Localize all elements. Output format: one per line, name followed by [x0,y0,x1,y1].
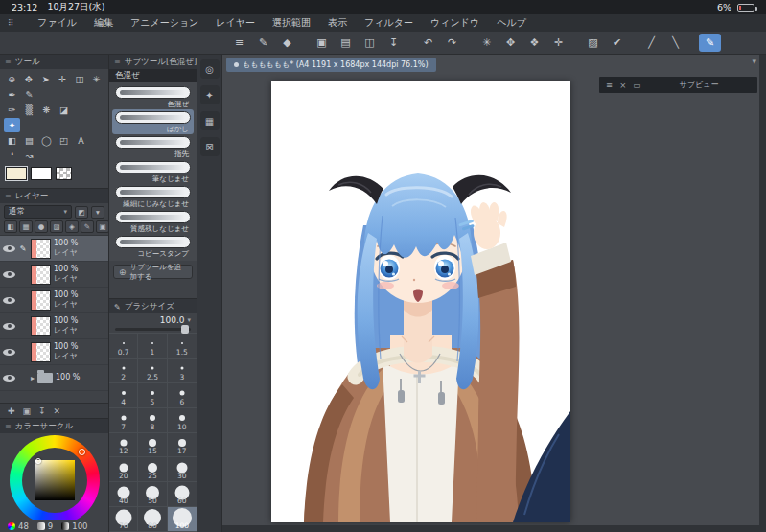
brush-size-cell[interactable]: 2.5 [138,359,167,383]
brush-size-cell[interactable]: 8 [138,408,167,433]
visibility-eye-icon[interactable] [3,244,15,253]
layer-mask-icon[interactable]: ◧ [4,220,17,233]
delete-layer-icon[interactable]: ✕ [54,406,61,416]
vector-line-icon[interactable]: ╲ [664,34,686,52]
close-dock-icon[interactable]: ⊠ [200,137,220,156]
layer-panel-header[interactable]: レイヤー [0,189,108,203]
pen-tool[interactable]: ✒ [4,87,20,102]
visibility-eye-icon[interactable] [3,270,15,279]
line-correction-tool[interactable]: ↝ [21,149,37,163]
new-folder-icon[interactable]: ▣ [23,406,32,416]
draft-layer-icon[interactable]: ✎ [81,220,94,233]
menu-item[interactable]: ファイル [29,16,85,30]
decoration-tool[interactable]: ❋ [38,103,55,117]
brush-size-cell[interactable]: 17 [168,433,197,458]
document-tab[interactable]: もももももも* (A4 1191 x 1684px 144dpi 76.1%) [226,58,436,72]
subtool-item[interactable]: コピースタンプ [112,234,194,259]
deselect-icon[interactable]: ✳ [476,34,498,52]
export-icon[interactable]: ↧ [383,34,405,52]
menu-item[interactable]: ウィンドウ [422,16,488,30]
current-tool-icon[interactable]: ✎ [252,34,274,52]
brush-size-cell[interactable]: 2 [109,359,138,383]
menu-item[interactable]: 選択範囲 [264,16,319,30]
subtool-item[interactable]: 質感残しなじませ [112,209,194,234]
document-canvas[interactable] [271,81,570,522]
color-history-icon[interactable]: ✦ [200,85,220,104]
figure-tool[interactable]: ◯ [38,133,55,148]
saturation-value-square[interactable] [35,460,75,500]
brush-size-cell[interactable]: 15 [138,433,167,458]
layer-row[interactable]: 100 %レイヤ [0,313,108,339]
vertical-scroll-track[interactable] [759,55,766,532]
zoom-tool[interactable]: ⊕ [4,72,20,86]
brush-size-header[interactable]: ブラシサイズ [109,299,197,313]
lock-transparency-icon[interactable]: ▨ [50,220,63,233]
subtool-item[interactable]: 指先 [112,134,194,159]
hue-marker[interactable] [79,449,85,455]
new-layer-icon[interactable]: ✚ [8,406,15,416]
main-menu-icon[interactable]: ≡ [228,34,250,52]
brush-size-cell[interactable]: 7 [109,408,138,433]
navigate-tool[interactable]: ✥ [21,72,37,86]
brush-size-cell[interactable]: 1 [138,334,167,359]
selection-tool[interactable]: ◫ [72,72,88,86]
redo-icon[interactable]: ↷ [441,34,463,52]
brush-size-cell[interactable]: 3 [168,359,197,383]
layer-move-tool[interactable]: ✛ [55,72,71,86]
subtool-item[interactable]: 色混ぜ [112,84,194,109]
operate-tool[interactable]: ➤ [37,72,54,86]
menu-item[interactable]: レイヤー [207,16,264,30]
color-set-icon[interactable]: ▦ [200,111,220,130]
airbrush-tool[interactable]: ▒ [21,103,37,117]
select-check-icon[interactable]: ✔ [606,34,628,52]
layer-row[interactable]: ✎100 %レイヤ [0,236,108,262]
visibility-eye-icon[interactable] [3,296,15,305]
opacity-button[interactable]: ◩ [75,206,88,219]
palette-options-button[interactable]: ▾ [91,206,104,219]
main-color-swatch[interactable] [6,167,27,180]
brush-size-cell[interactable]: 0.7 [109,334,138,359]
reference-layer-icon[interactable]: ◈ [65,220,79,233]
fill-tool[interactable]: ◧ [4,133,20,148]
brush-size-cell[interactable]: 20 [109,457,138,482]
clipboard-icon[interactable]: ▣ [311,34,333,52]
subtool-group-tab[interactable]: 色混ぜ [109,69,197,82]
snap-icon[interactable]: ❖ [523,34,545,52]
balloon-tool[interactable]: ❛ [4,149,20,163]
menu-item[interactable]: アニメーション [122,16,207,30]
brush-tool[interactable]: ✑ [4,103,20,117]
brush-size-display[interactable]: 100.0 [109,313,197,325]
transparent-color-swatch[interactable] [56,167,72,180]
tool-panel-header[interactable]: ツール [0,55,108,69]
app-grid-icon[interactable] [8,18,23,28]
brush-size-cell[interactable]: 80 [138,507,167,532]
brush-size-cell[interactable]: 100 [168,507,197,532]
subview-panel[interactable]: ≡×▭ サブビュー [599,77,757,93]
subtool-item[interactable]: 筆なじませ [112,159,194,184]
quick-access-icon[interactable]: ◎ [200,59,220,79]
layer-row[interactable]: 100 %レイヤ [0,262,108,288]
panel-menu-icon[interactable]: ≡ [606,81,613,90]
outline-icon[interactable]: ▣ [96,220,109,233]
eraser-tool[interactable]: ◪ [56,103,72,117]
new-canvas-icon[interactable]: ▤ [335,34,357,52]
brush-size-cell[interactable]: 5 [138,383,167,408]
brush-size-cell[interactable]: 10 [168,408,197,433]
undo-icon[interactable]: ↶ [417,34,439,52]
subtool-panel-header[interactable]: サブツール[色混ぜ] [109,55,197,69]
sub-color-swatch[interactable] [31,167,52,180]
sv-marker[interactable] [35,458,41,464]
brush-size-cell[interactable]: 12 [109,433,138,458]
clipping-icon[interactable]: ▦ [19,220,33,233]
import-icon[interactable]: ◫ [359,34,381,52]
brush-size-slider[interactable] [115,328,191,331]
blend-tool[interactable]: ✦ [4,118,20,132]
transform-icon[interactable]: ✥ [499,34,522,52]
menu-item[interactable]: フィルター [356,16,422,30]
tool-switch-icon[interactable]: ◆ [276,34,298,52]
subtool-item[interactable]: 繊細にじみなじませ [112,184,194,209]
color-panel-header[interactable]: カラーサークル [0,419,108,433]
lock-layer-icon[interactable]: ● [35,220,48,233]
brush-size-cell[interactable]: 30 [168,457,197,482]
brush-size-cell[interactable]: 25 [138,457,167,482]
